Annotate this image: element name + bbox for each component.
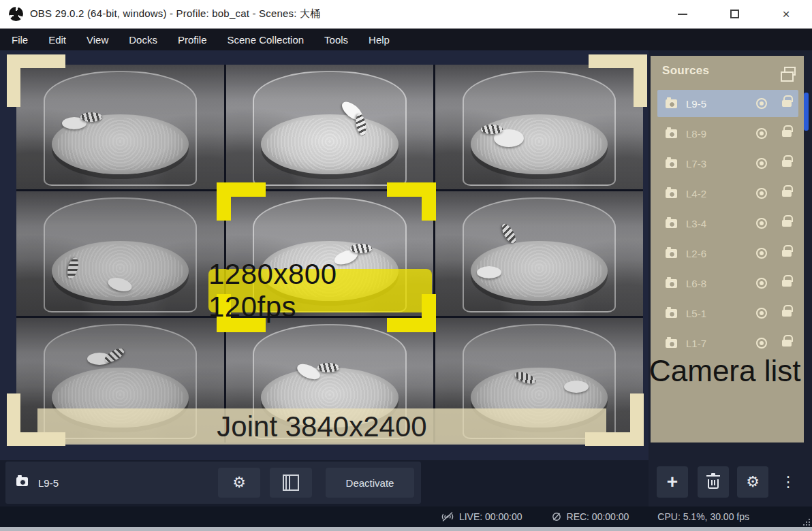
window-bottom-edge (0, 527, 812, 531)
camera-feed[interactable] (226, 65, 434, 189)
add-source-button[interactable]: + (657, 466, 688, 498)
sources-header: Sources (651, 56, 804, 86)
source-label: L2-6 (686, 248, 756, 259)
filters-icon (283, 474, 299, 491)
source-label: L7-3 (686, 158, 756, 170)
popout-dock-icon[interactable] (784, 67, 796, 76)
camera-icon (666, 339, 677, 348)
menu-docks[interactable]: Docks (119, 29, 168, 50)
focus-bracket (217, 182, 231, 221)
source-label: L3-4 (686, 218, 756, 229)
maximize-icon (730, 10, 739, 18)
camera-icon (666, 309, 677, 318)
visibility-eye-icon[interactable] (756, 188, 767, 199)
camera-icon (666, 249, 677, 258)
menu-bar: FileEditViewDocksProfileScene Collection… (0, 29, 812, 50)
live-status: LIVE: 00:00:00 (441, 511, 522, 522)
source-properties-button[interactable]: ⚙ (218, 468, 260, 498)
visibility-eye-icon[interactable] (756, 278, 767, 289)
menu-help[interactable]: Help (358, 29, 400, 50)
lock-icon[interactable] (782, 250, 792, 257)
focus-bracket (422, 182, 436, 221)
source-label: L4-2 (686, 188, 756, 199)
camera-feed[interactable] (435, 191, 643, 316)
maximize-button[interactable] (708, 0, 760, 28)
source-row-l1-7[interactable]: L1-7 (657, 329, 798, 357)
cpu-status: CPU: 5.1%, 30.00 fps (657, 511, 749, 522)
camera-icon (666, 219, 677, 228)
lock-icon[interactable] (782, 160, 792, 167)
preview-grid (16, 65, 643, 442)
source-settings-button[interactable]: ⚙ (737, 466, 768, 498)
visibility-eye-icon[interactable] (756, 248, 767, 259)
mouse-shape (350, 244, 372, 253)
lock-icon[interactable] (782, 100, 792, 107)
source-filters-button[interactable] (270, 468, 312, 498)
gear-icon: ⚙ (232, 474, 246, 492)
visibility-eye-icon[interactable] (756, 98, 767, 109)
deactivate-button[interactable]: Deactivate (326, 468, 414, 498)
mouse-shape (80, 112, 102, 122)
sources-toolbar: + ⚙ ⋮ (649, 460, 812, 506)
source-row-l4-2[interactable]: L4-2 (657, 180, 798, 207)
source-row-l5-1[interactable]: L5-1 (657, 300, 798, 327)
source-row-l6-8[interactable]: L6-8 (657, 270, 798, 297)
obs-logo-icon (9, 7, 23, 21)
visibility-eye-icon[interactable] (756, 158, 767, 169)
joint-resolution-annotation: Joint 3840x2400 (37, 408, 606, 445)
visibility-eye-icon[interactable] (756, 308, 767, 319)
sources-title: Sources (662, 64, 784, 78)
preview-corner-marker (7, 54, 20, 107)
source-row-l8-9[interactable]: L8-9 (657, 120, 798, 147)
gear-icon: ⚙ (746, 473, 760, 491)
source-row-l7-3[interactable]: L7-3 (657, 150, 798, 177)
lock-icon[interactable] (782, 340, 792, 347)
plus-icon: + (667, 471, 678, 493)
lock-icon[interactable] (782, 310, 792, 317)
camera-feed[interactable] (435, 65, 643, 189)
close-icon: × (782, 7, 790, 22)
lock-icon[interactable] (782, 130, 792, 137)
live-time: LIVE: 00:00:00 (459, 511, 522, 522)
visibility-eye-icon[interactable] (756, 218, 767, 229)
source-label: L5-1 (686, 308, 756, 319)
remove-source-button[interactable] (698, 466, 729, 498)
menu-view[interactable]: View (76, 29, 119, 50)
source-context-strip: L9-5 ⚙ Deactivate (0, 460, 649, 506)
menu-file[interactable]: File (1, 29, 38, 50)
window-controls: × (657, 0, 812, 28)
trash-icon (708, 479, 719, 489)
source-label: L8-9 (686, 128, 756, 140)
camera-feed[interactable] (16, 191, 224, 316)
resize-grip[interactable] (802, 517, 810, 526)
record-off-icon (551, 511, 562, 522)
camera-icon (666, 99, 677, 108)
lock-icon[interactable] (782, 220, 792, 227)
preview-canvas[interactable]: 1280x800 120fps Joint 3840x2400 (0, 50, 649, 460)
close-button[interactable]: × (760, 0, 812, 28)
sources-scrollbar[interactable] (804, 93, 809, 131)
menu-profile[interactable]: Profile (168, 29, 217, 50)
lock-icon[interactable] (782, 190, 792, 197)
rec-time: REC: 00:00:00 (567, 511, 629, 522)
menu-edit[interactable]: Edit (38, 29, 76, 50)
lock-icon[interactable] (782, 280, 792, 287)
source-row-l2-6[interactable]: L2-6 (657, 240, 798, 267)
source-row-l9-5[interactable]: L9-5 (657, 90, 798, 117)
source-row-l3-4[interactable]: L3-4 (657, 210, 798, 237)
selected-source-label: L9-5 (38, 462, 59, 504)
main-content: 1280x800 120fps Joint 3840x2400 L9-5 ⚙ D… (0, 50, 812, 506)
source-label: L9-5 (686, 98, 756, 110)
mouse-shape (317, 363, 339, 372)
camera-icon (666, 189, 677, 198)
camera-icon (666, 129, 677, 138)
more-options-button[interactable]: ⋮ (779, 466, 797, 498)
visibility-eye-icon[interactable] (756, 128, 767, 139)
window-title: OBS 29.0.2 (64-bit, windows) - Profile: … (30, 7, 320, 20)
menu-tools[interactable]: Tools (314, 29, 358, 50)
visibility-eye-icon[interactable] (756, 338, 767, 349)
cpu-fps-text: CPU: 5.1%, 30.00 fps (657, 511, 749, 522)
camera-feed[interactable] (16, 65, 224, 189)
menu-scene-collection[interactable]: Scene Collection (217, 29, 315, 50)
minimize-button[interactable] (657, 0, 708, 28)
